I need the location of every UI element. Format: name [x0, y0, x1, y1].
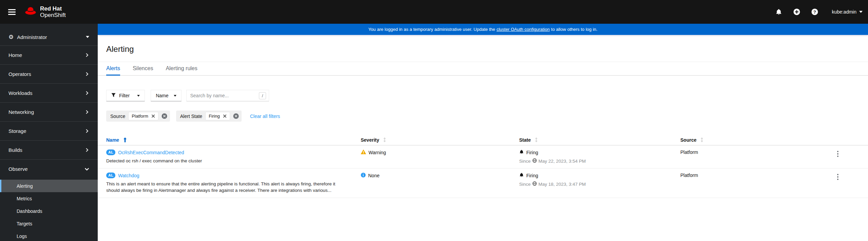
- remove-chip-icon[interactable]: [223, 114, 227, 118]
- svg-text:?: ?: [813, 9, 816, 15]
- state-cell: Firing Since May 18, 2023, 3:47 PM: [519, 172, 680, 194]
- sort-ascending-icon: [123, 137, 127, 142]
- redhat-fedora-icon: [24, 7, 37, 17]
- chevron-right-icon: [85, 72, 89, 76]
- sidebar-item-storage[interactable]: Storage: [0, 121, 98, 140]
- sort-icon: [700, 137, 703, 142]
- hamburger-menu-icon[interactable]: [8, 9, 16, 15]
- sidebar-item-label: Observe: [8, 166, 28, 172]
- sidebar-nav: ⚙ Administrator Home Operators Workloads…: [0, 24, 98, 241]
- column-header-state[interactable]: State: [519, 137, 680, 143]
- chevron-down-icon: [859, 11, 863, 13]
- sidebar-item-metrics[interactable]: Metrics: [0, 192, 98, 205]
- chevron-right-icon: [85, 148, 89, 152]
- chevron-right-icon: [85, 129, 89, 133]
- tab-silences[interactable]: Silences: [133, 62, 153, 76]
- alert-name-link[interactable]: Watchdog: [118, 173, 139, 178]
- chevron-right-icon: [85, 110, 89, 114]
- sidebar-item-label: Logs: [17, 234, 27, 239]
- sidebar-item-workloads[interactable]: Workloads: [0, 83, 98, 102]
- table-row: AL OcRshExecCommandDetected Detected oc …: [98, 145, 868, 168]
- sidebar-item-label: Operators: [8, 71, 31, 77]
- sidebar-item-label: Networking: [8, 109, 34, 115]
- cluster-oauth-configuration-link[interactable]: cluster OAuth configuration: [496, 27, 550, 32]
- search-type-label: Name: [156, 93, 168, 98]
- sidebar-item-label: Metrics: [17, 196, 32, 201]
- source-cell: Platform: [680, 172, 834, 194]
- column-header-severity[interactable]: Severity: [361, 137, 519, 143]
- alert-resource-badge: AL: [106, 173, 115, 178]
- filter-group-label: Source: [110, 114, 125, 119]
- severity-cell: Warning: [361, 149, 519, 164]
- sidebar-item-builds[interactable]: Builds: [0, 140, 98, 159]
- row-actions-cell: [834, 149, 868, 164]
- filter-funnel-icon: [111, 93, 116, 98]
- column-header-label: Source: [680, 137, 696, 143]
- username: kube:admin: [832, 9, 856, 15]
- sidebar-item-label: Dashboards: [17, 208, 42, 214]
- sidebar-item-logs[interactable]: Logs: [0, 230, 98, 241]
- column-header-source[interactable]: Source: [680, 137, 834, 143]
- filter-chip: Platform: [128, 112, 158, 120]
- sidebar-item-home[interactable]: Home: [0, 45, 98, 64]
- remove-filter-group-icon[interactable]: [233, 113, 239, 119]
- remove-chip-icon[interactable]: [151, 114, 155, 118]
- tabs-bar: Alerts Silences Alerting rules: [98, 62, 868, 76]
- filter-toolbar: Filter Name /: [106, 90, 868, 101]
- chevron-down-icon: [84, 167, 89, 172]
- alert-resource-badge: AL: [106, 149, 115, 155]
- filter-group-label: Alert State: [180, 114, 202, 119]
- sidebar-item-alerting[interactable]: Alerting: [0, 180, 98, 192]
- sidebar-item-targets[interactable]: Targets: [0, 217, 98, 230]
- sidebar-item-label: Home: [8, 52, 22, 58]
- search-type-select[interactable]: Name: [151, 90, 182, 101]
- column-header-name[interactable]: Name: [106, 137, 361, 143]
- info-circle-icon: [361, 173, 366, 179]
- sidebar-item-operators[interactable]: Operators: [0, 64, 98, 83]
- main-content: Alerting Alerts Silences Alerting rules …: [98, 35, 868, 241]
- filter-group-source: Source Platform: [106, 111, 170, 122]
- name-cell: AL OcRshExecCommandDetected Detected oc …: [106, 149, 361, 164]
- redhat-openshift-logo[interactable]: Red Hat OpenShift: [24, 5, 66, 18]
- sidebar-item-label: Alerting: [17, 183, 33, 189]
- since-timestamp: May 18, 2023, 3:47 PM: [539, 182, 586, 187]
- search-input[interactable]: [190, 93, 259, 98]
- page-title: Alerting: [106, 44, 860, 54]
- app-launcher-icon[interactable]: [757, 8, 764, 15]
- alert-name-link[interactable]: OcRshExecCommandDetected: [118, 150, 184, 155]
- kebab-menu-icon[interactable]: [837, 151, 838, 157]
- table-row: AL Watchdog This is an alert meant to en…: [98, 168, 868, 198]
- sort-icon: [383, 137, 386, 142]
- chevron-right-icon: [85, 53, 89, 57]
- masthead: Red Hat OpenShift ? kube:admin: [0, 0, 868, 24]
- sort-icon: [535, 137, 538, 142]
- filter-chip-label: Firing: [209, 114, 220, 119]
- column-header-label: Name: [106, 137, 119, 143]
- user-menu[interactable]: kube:admin: [832, 9, 863, 15]
- since-label: Since: [519, 182, 531, 187]
- perspective-label: Administrator: [17, 34, 47, 40]
- globe-icon: [532, 181, 537, 187]
- filter-dropdown[interactable]: Filter: [106, 90, 145, 101]
- sidebar-item-observe[interactable]: Observe: [0, 159, 98, 178]
- help-icon[interactable]: ?: [811, 8, 818, 15]
- filter-chip: Firing: [205, 112, 230, 120]
- tab-alerts[interactable]: Alerts: [106, 62, 120, 76]
- clear-all-filters-link[interactable]: Clear all filters: [250, 114, 280, 119]
- table-header-row: Name Severity State Source: [98, 135, 868, 145]
- chevron-down-icon: [174, 95, 176, 97]
- banner-text-after: to allow others to log in.: [551, 27, 598, 32]
- globe-icon: [532, 158, 537, 164]
- column-header-label: Severity: [361, 137, 379, 143]
- sidebar-item-dashboards[interactable]: Dashboards: [0, 205, 98, 217]
- sidebar-item-networking[interactable]: Networking: [0, 102, 98, 121]
- brand-line1: Red Hat: [40, 5, 66, 12]
- notifications-bell-icon[interactable]: [775, 8, 782, 15]
- filter-group-alert-state: Alert State Firing: [176, 111, 242, 122]
- perspective-switcher[interactable]: ⚙ Administrator: [0, 28, 98, 45]
- tab-alerting-rules[interactable]: Alerting rules: [166, 62, 197, 76]
- quick-create-plus-icon[interactable]: [793, 8, 800, 15]
- slash-shortcut-hint: /: [259, 92, 266, 99]
- kebab-menu-icon[interactable]: [837, 174, 838, 180]
- remove-filter-group-icon[interactable]: [162, 113, 167, 119]
